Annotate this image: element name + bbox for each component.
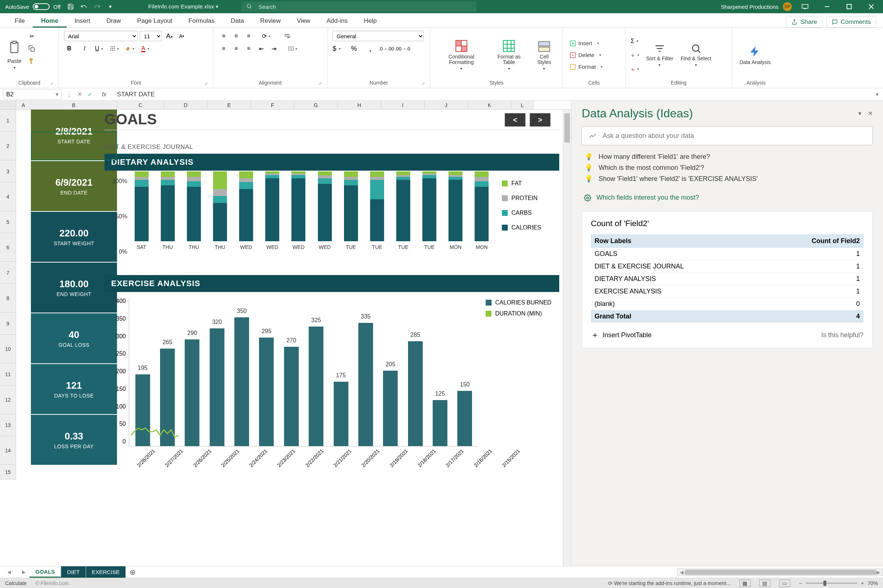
increase-indent-icon[interactable]: ⇥ (269, 44, 279, 54)
row-header[interactable]: 2 (0, 132, 16, 160)
currency-icon[interactable]: $▾ (333, 44, 343, 54)
col-header[interactable]: B (31, 101, 117, 109)
tab-view[interactable]: View (289, 15, 318, 28)
tab-file[interactable]: File (7, 15, 33, 28)
increase-decimal-icon[interactable]: .0→.00 (381, 44, 392, 54)
share-button[interactable]: Share (786, 16, 822, 28)
align-center-icon[interactable]: ≡ (231, 44, 241, 54)
insert-cells-button[interactable]: Insert▾ (568, 39, 607, 47)
helpful-link[interactable]: Is this helpful? (821, 332, 863, 339)
font-color-icon[interactable]: A▾ (141, 44, 152, 54)
autosave-toggle[interactable]: AutoSave Off (5, 3, 61, 10)
row-header[interactable]: 12 (0, 386, 16, 414)
col-header[interactable]: J (425, 101, 468, 109)
paste-button[interactable]: Paste▾ (5, 31, 24, 79)
dialog-launcher-icon[interactable]: ⤢ (204, 81, 208, 86)
interest-link[interactable]: Which fields interest you the most? (582, 190, 873, 205)
search-box[interactable]: Search (241, 2, 476, 12)
tab-insert[interactable]: Insert (67, 15, 99, 28)
add-sheet-button[interactable]: ⊕ (126, 568, 139, 577)
select-all-corner[interactable] (0, 101, 16, 109)
fx-icon[interactable]: fx (95, 91, 113, 98)
cut-icon[interactable]: ✂ (27, 31, 37, 41)
pane-options-icon[interactable]: ▾ (852, 110, 868, 117)
row-header[interactable]: 9 (0, 313, 16, 334)
autosum-icon[interactable]: Σ▾ (631, 36, 641, 46)
prev-button[interactable]: < (505, 113, 526, 126)
user-name[interactable]: Sharpened Productions (721, 4, 778, 10)
number-format-select[interactable]: General (333, 31, 424, 41)
row-header[interactable]: 6 (0, 233, 16, 262)
col-header[interactable]: F (251, 101, 294, 109)
save-icon[interactable] (67, 3, 74, 10)
format-as-table-button[interactable]: Format as Table▾ (490, 31, 528, 79)
cell-styles-button[interactable]: Cell Styles▾ (531, 31, 557, 79)
format-painter-icon[interactable] (27, 56, 37, 66)
next-button[interactable]: > (530, 113, 550, 126)
tab-review[interactable]: Review (252, 15, 289, 28)
grow-font-icon[interactable]: A▴ (164, 31, 174, 41)
tab-formulas[interactable]: Formulas (180, 15, 222, 28)
file-name[interactable]: FileInfo.com Example.xlsx ▾ (148, 3, 219, 10)
tab-add-ins[interactable]: Add-ins (318, 15, 356, 28)
spreadsheet-grid[interactable]: ABCDEFGHIJKL 123456789101112131415 2/8/2… (0, 101, 571, 566)
row-header[interactable]: 7 (0, 262, 16, 284)
col-header[interactable]: E (207, 101, 251, 109)
col-header[interactable]: K (468, 101, 511, 109)
conditional-formatting-button[interactable]: Conditional Formatting▾ (435, 31, 487, 79)
row-header[interactable]: 14 (0, 436, 16, 465)
merge-center-icon[interactable]: ▾ (288, 44, 299, 54)
copy-icon[interactable] (27, 44, 37, 54)
align-middle-icon[interactable]: ≡ (231, 31, 241, 41)
sheet-tab[interactable]: DIET (61, 566, 86, 578)
col-header[interactable]: G (294, 101, 338, 109)
clear-icon[interactable]: ▾ (631, 64, 641, 74)
comments-button[interactable]: Comments (826, 16, 876, 28)
suggestion-item[interactable]: 💡Which is the most common 'Field2'? (582, 162, 873, 173)
sort-filter-button[interactable]: Sort & Filter▾ (644, 31, 676, 79)
percent-icon[interactable]: % (349, 44, 359, 54)
row-header[interactable]: 3 (0, 160, 16, 182)
comma-icon[interactable]: , (365, 44, 375, 54)
format-cells-button[interactable]: Format▾ (568, 63, 607, 71)
font-size-select[interactable]: 11 (140, 31, 162, 41)
align-right-icon[interactable]: ≡ (243, 44, 254, 54)
dialog-launcher-icon[interactable]: ⤢ (50, 81, 53, 86)
tab-draw[interactable]: Draw (98, 15, 129, 28)
undo-icon[interactable] (81, 3, 87, 10)
view-page-break-icon[interactable]: ▭ (779, 579, 790, 587)
row-header[interactable]: 13 (0, 414, 16, 436)
name-box[interactable]: B2▾ (3, 89, 62, 100)
align-bottom-icon[interactable]: ≡ (243, 31, 254, 41)
cancel-entry-icon[interactable]: ✕ (74, 89, 85, 100)
tab-page-layout[interactable]: Page Layout (129, 15, 180, 28)
formula-input[interactable]: START DATE (113, 91, 871, 98)
col-header[interactable]: C (117, 101, 164, 109)
col-header[interactable]: D (164, 101, 207, 109)
decrease-indent-icon[interactable]: ⇤ (256, 44, 266, 54)
delete-cells-button[interactable]: Delete▾ (568, 51, 607, 59)
row-header[interactable]: 10 (0, 334, 16, 363)
pane-close-icon[interactable]: ✕ (868, 110, 873, 117)
dialog-launcher-icon[interactable]: ⤢ (422, 81, 425, 86)
sheet-nav-next-icon[interactable]: ► (18, 569, 29, 576)
ask-input[interactable]: Ask a question about your data (582, 126, 873, 145)
col-header[interactable]: L (511, 101, 533, 109)
sheet-tab[interactable]: EXERCISE (86, 566, 126, 578)
data-analysis-button[interactable]: Data Analysis (737, 31, 773, 79)
shrink-font-icon[interactable]: A▾ (177, 31, 187, 41)
ribbon-display-icon[interactable] (796, 0, 814, 13)
wrap-text-icon[interactable] (282, 31, 292, 41)
maximize-icon[interactable] (840, 0, 858, 13)
row-header[interactable]: 8 (0, 284, 16, 313)
orientation-icon[interactable]: ⟳▾ (262, 31, 272, 41)
sheet-tab[interactable]: GOALS (29, 566, 61, 578)
sheet-nav-prev-icon[interactable]: ◄ (0, 569, 18, 576)
underline-icon[interactable]: U▾ (95, 44, 105, 54)
align-left-icon[interactable]: ≡ (219, 44, 229, 54)
namebox-dropdown-icon[interactable]: ⋮ (64, 89, 74, 100)
redo-icon[interactable] (94, 3, 101, 10)
fill-color-icon[interactable]: ▾ (126, 44, 136, 54)
fill-icon[interactable]: ▾ (631, 50, 641, 60)
view-normal-icon[interactable]: ▦ (739, 579, 751, 587)
